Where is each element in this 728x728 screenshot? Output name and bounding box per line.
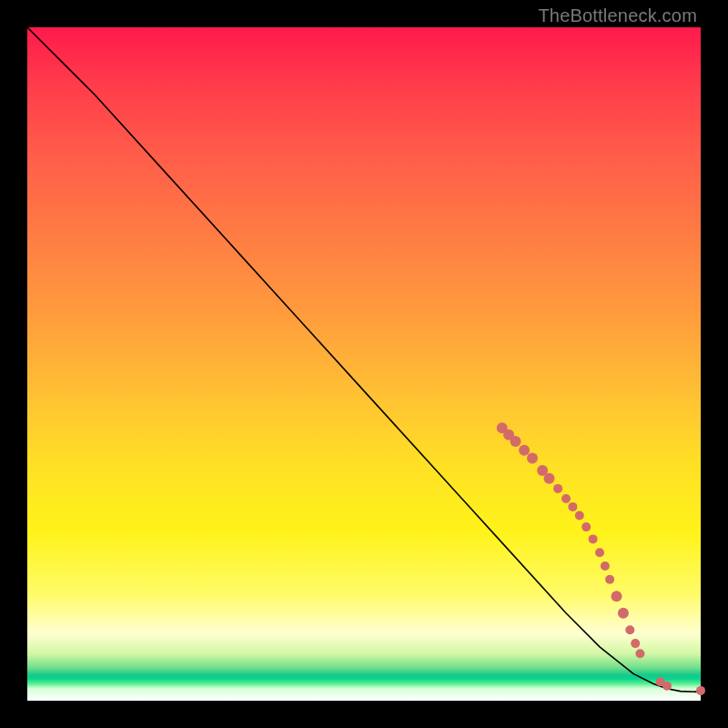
data-point [618, 608, 629, 619]
data-point [589, 534, 598, 543]
attribution-text: TheBottleneck.com [538, 5, 697, 26]
data-point [631, 639, 640, 648]
data-point [581, 522, 591, 531]
data-point [519, 445, 530, 456]
data-point [635, 649, 644, 658]
data-point [625, 625, 634, 634]
data-markers [497, 422, 705, 695]
data-point [544, 473, 555, 484]
data-point [601, 561, 610, 571]
data-point [595, 548, 604, 557]
data-point [527, 453, 538, 464]
data-point [553, 484, 562, 493]
data-point [696, 686, 705, 695]
chart-frame: TheBottleneck.com [0, 0, 728, 728]
plot-area [27, 27, 701, 701]
data-point [575, 511, 584, 521]
data-curve [27, 27, 701, 692]
data-point [662, 682, 672, 691]
data-point [605, 575, 614, 584]
data-point [511, 436, 521, 447]
data-point [612, 591, 622, 602]
chart-overlay [27, 27, 701, 701]
data-point [561, 494, 571, 503]
data-point [568, 502, 577, 511]
